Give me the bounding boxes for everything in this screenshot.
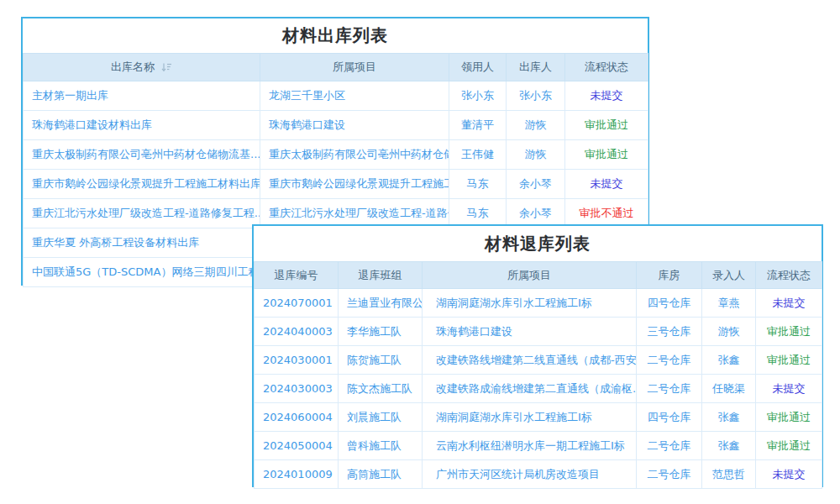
outbound-name-cell[interactable]: 珠海鹤港口建设材料出库 xyxy=(24,111,260,140)
outbound-name-cell[interactable]: 重庆太极制药有限公司亳州中药材仓储物流基... xyxy=(24,140,260,170)
team-cell: 陈文杰施工队 xyxy=(339,375,423,403)
return-header-row: 退库编号 退库班组 所属项目 库房 录入人 流程状态 xyxy=(255,262,822,289)
project-cell: 湖南洞庭湖水库引水工程施工I标 xyxy=(423,403,637,432)
return-id-cell[interactable]: 2024010009 xyxy=(255,460,339,489)
return-id-cell[interactable]: 2024040003 xyxy=(255,318,339,346)
status-badge: 未提交 xyxy=(773,297,806,309)
status-cell: 审批通过 xyxy=(756,318,822,346)
table-row[interactable]: 2024030003 陈文杰施工队 改建铁路成渝线增建第二直通线（成渝枢... … xyxy=(255,375,822,403)
outbound-name-cell[interactable]: 重庆市鹅岭公园绿化景观提升工程施工材料出库 xyxy=(24,170,260,199)
status-cell: 审批通过 xyxy=(565,140,648,170)
status-badge: 未提交 xyxy=(773,382,806,395)
table-row[interactable]: 2024070001 兰迪置业有限公司 湖南洞庭湖水库引水工程施工I标 四号仓库… xyxy=(255,289,822,318)
recipient-cell: 张小东 xyxy=(449,81,507,111)
outbound-header-row: 出库名称 所属项目 领用人 出库人 流程状态 xyxy=(24,54,648,81)
team-cell: 刘晨施工队 xyxy=(339,403,423,432)
status-cell: 未提交 xyxy=(756,460,822,489)
team-cell: 曾科施工队 xyxy=(339,432,423,460)
warehouse-cell: 二号仓库 xyxy=(637,375,702,403)
warehouse-cell: 二号仓库 xyxy=(637,460,702,489)
warehouse-cell: 二号仓库 xyxy=(637,432,702,460)
outbound-panel-title: 材料出库列表 xyxy=(23,18,648,53)
outbound-name-cell[interactable]: 中国联通5G（TD-SCDMA）网络三期四川工程... xyxy=(24,258,260,287)
project-cell: 广州市天河区统计局机房改造项目 xyxy=(423,460,637,489)
outbound-name-cell[interactable]: 主材第一期出库 xyxy=(24,81,260,111)
issuer-cell: 张小东 xyxy=(507,81,565,111)
warehouse-cell: 四号仓库 xyxy=(637,289,702,318)
return-id-cell[interactable]: 2024030003 xyxy=(255,375,339,403)
issuer-cell: 游恢 xyxy=(507,140,565,170)
project-cell: 珠海鹤港口建设 xyxy=(423,318,637,346)
recorder-cell: 章燕 xyxy=(702,289,756,318)
return-panel-title: 材料退库列表 xyxy=(254,226,822,261)
recorder-cell: 张鑫 xyxy=(702,403,756,432)
status-cell: 未提交 xyxy=(756,375,822,403)
recorder-cell: 张鑫 xyxy=(702,432,756,460)
project-cell: 云南水利枢纽潜明水库一期工程施工I标 xyxy=(423,432,637,460)
recorder-cell: 游恢 xyxy=(702,318,756,346)
table-row[interactable]: 珠海鹤港口建设材料出库 珠海鹤港口建设 董清平 游恢 审批通过 xyxy=(24,111,648,140)
project-cell: 重庆市鹅岭公园绿化景观提升工程施工 xyxy=(260,170,449,199)
column-header-label: 出库名称 xyxy=(111,60,155,73)
return-table: 退库编号 退库班组 所属项目 库房 录入人 流程状态 2024070001 兰迪… xyxy=(254,261,822,489)
status-cell: 审批通过 xyxy=(756,432,822,460)
project-cell: 改建铁路线增建第二线直通线（成都-西安... xyxy=(423,346,637,375)
recipient-cell: 董清平 xyxy=(449,111,507,140)
column-header-return-project: 所属项目 xyxy=(423,262,637,289)
column-header-outbound-name[interactable]: 出库名称 xyxy=(24,54,260,81)
status-badge: 审批通过 xyxy=(767,411,811,423)
warehouse-cell: 三号仓库 xyxy=(637,318,702,346)
status-cell: 审批通过 xyxy=(756,403,822,432)
issuer-cell: 余小琴 xyxy=(507,170,565,199)
outbound-name-cell[interactable]: 重庆江北污水处理厂级改造工程-道路修复工程... xyxy=(24,199,260,228)
recipient-cell: 王伟健 xyxy=(449,140,507,170)
status-cell: 未提交 xyxy=(756,289,822,318)
return-list-panel: 材料退库列表 退库编号 退库班组 所属项目 库房 录入人 流程状态 202407… xyxy=(252,224,823,487)
project-cell: 龙湖三千里小区 xyxy=(260,81,449,111)
status-cell: 审批通过 xyxy=(565,111,648,140)
return-id-cell[interactable]: 2024070001 xyxy=(255,289,339,318)
warehouse-cell: 四号仓库 xyxy=(637,403,702,432)
table-row[interactable]: 主材第一期出库 龙湖三千里小区 张小东 张小东 未提交 xyxy=(24,81,648,111)
column-header-return-recorder: 录入人 xyxy=(702,262,756,289)
status-badge: 审批通过 xyxy=(767,354,811,366)
status-badge: 未提交 xyxy=(773,468,806,480)
return-id-cell[interactable]: 2024030001 xyxy=(255,346,339,375)
status-cell: 未提交 xyxy=(565,170,648,199)
table-row[interactable]: 重庆市鹅岭公园绿化景观提升工程施工材料出库 重庆市鹅岭公园绿化景观提升工程施工 … xyxy=(24,170,648,199)
status-badge: 审批不通过 xyxy=(580,207,634,219)
table-row[interactable]: 2024060004 刘晨施工队 湖南洞庭湖水库引水工程施工I标 四号仓库 张鑫… xyxy=(255,403,822,432)
table-row[interactable]: 重庆太极制药有限公司亳州中药材仓储物流基... 重庆太极制药有限公司亳州中药材仓… xyxy=(24,140,648,170)
project-cell: 改建铁路成渝线增建第二直通线（成渝枢... xyxy=(423,375,637,403)
recorder-cell: 张鑫 xyxy=(702,346,756,375)
column-header-return-warehouse: 库房 xyxy=(637,262,702,289)
sort-descending-icon[interactable] xyxy=(161,62,172,75)
table-row[interactable]: 2024040003 李华施工队 珠海鹤港口建设 三号仓库 游恢 审批通过 xyxy=(255,318,822,346)
warehouse-cell: 二号仓库 xyxy=(637,346,702,375)
table-row[interactable]: 2024010009 高筒施工队 广州市天河区统计局机房改造项目 二号仓库 范思… xyxy=(255,460,822,489)
status-badge: 审批通过 xyxy=(585,148,628,160)
team-cell: 兰迪置业有限公司 xyxy=(339,289,423,318)
issuer-cell: 游恢 xyxy=(507,111,565,140)
team-cell: 高筒施工队 xyxy=(339,460,423,489)
recipient-cell: 马东 xyxy=(449,170,507,199)
status-badge: 未提交 xyxy=(591,177,623,190)
project-cell: 珠海鹤港口建设 xyxy=(260,111,449,140)
return-id-cell[interactable]: 2024060004 xyxy=(255,403,339,432)
project-cell: 重庆太极制药有限公司亳州中药材仓储物... xyxy=(260,140,449,170)
table-row[interactable]: 2024030001 陈贺施工队 改建铁路线增建第二线直通线（成都-西安... … xyxy=(255,346,822,375)
column-header-return-id: 退库编号 xyxy=(255,262,339,289)
team-cell: 李华施工队 xyxy=(339,318,423,346)
status-cell: 未提交 xyxy=(565,81,648,111)
column-header-outbound-recipient: 领用人 xyxy=(449,54,507,81)
return-id-cell[interactable]: 2024050004 xyxy=(255,432,339,460)
outbound-name-cell[interactable]: 重庆华夏 外高桥工程设备材料出库 xyxy=(24,228,260,258)
column-header-outbound-status: 流程状态 xyxy=(565,54,648,81)
column-header-return-status: 流程状态 xyxy=(756,262,822,289)
project-cell: 湖南洞庭湖水库引水工程施工I标 xyxy=(423,289,637,318)
status-badge: 审批通过 xyxy=(585,118,628,131)
table-row[interactable]: 2024050004 曾科施工队 云南水利枢纽潜明水库一期工程施工I标 二号仓库… xyxy=(255,432,822,460)
column-header-return-team: 退库班组 xyxy=(339,262,423,289)
column-header-outbound-issuer: 出库人 xyxy=(507,54,565,81)
status-badge: 审批通过 xyxy=(767,325,811,338)
